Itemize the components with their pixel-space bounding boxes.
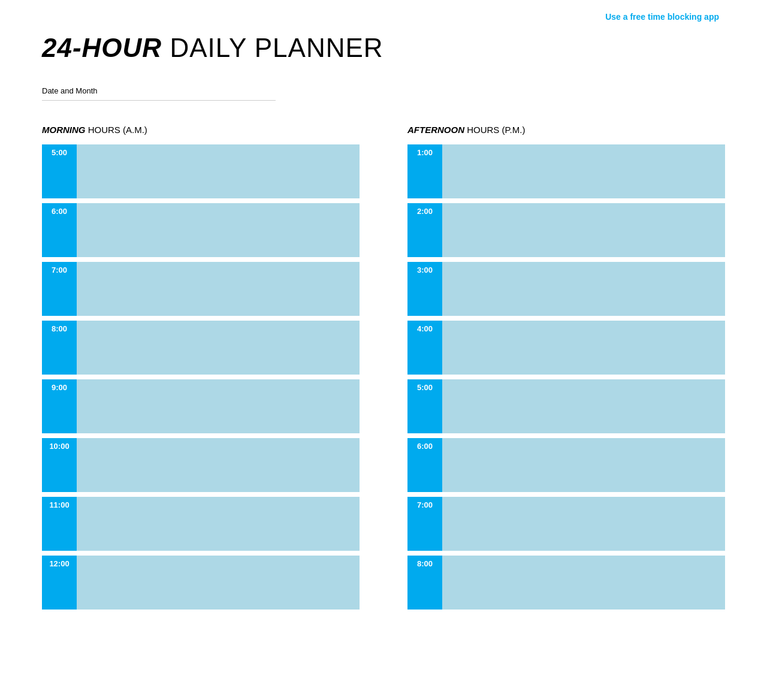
- afternoon-block-3[interactable]: [442, 321, 725, 375]
- afternoon-slot-2: 3:00: [407, 262, 725, 316]
- morning-time-1: 6:00: [42, 203, 77, 257]
- afternoon-slot-0: 1:00: [407, 144, 725, 198]
- afternoon-time-4: 5:00: [407, 379, 442, 433]
- time-blocking-link[interactable]: Use a free time blocking app: [605, 12, 719, 22]
- date-underline: [42, 100, 276, 101]
- afternoon-block-0[interactable]: [442, 144, 725, 198]
- morning-header-rest: HOURS (A.M.): [86, 125, 147, 135]
- morning-slot-5: 10:00: [42, 438, 360, 492]
- title-rest: DAILY PLANNER: [162, 33, 383, 62]
- afternoon-time-3: 4:00: [407, 321, 442, 375]
- afternoon-slot-6: 7:00: [407, 497, 725, 551]
- morning-slot-1: 6:00: [42, 203, 360, 257]
- morning-block-3[interactable]: [77, 321, 360, 375]
- title-bold: 24-HOUR: [42, 33, 162, 62]
- afternoon-block-1[interactable]: [442, 203, 725, 257]
- afternoon-block-4[interactable]: [442, 379, 725, 433]
- afternoon-time-6: 7:00: [407, 497, 442, 551]
- afternoon-slot-5: 6:00: [407, 438, 725, 492]
- morning-time-3: 8:00: [42, 321, 77, 375]
- morning-slot-0: 5:00: [42, 144, 360, 198]
- morning-header: MORNING HOURS (A.M.): [42, 125, 360, 135]
- morning-block-6[interactable]: [77, 497, 360, 551]
- morning-block-0[interactable]: [77, 144, 360, 198]
- morning-column: MORNING HOURS (A.M.) 5:00 6:00 7:00 8:00…: [42, 125, 360, 614]
- afternoon-header: AFTERNOON HOURS (P.M.): [407, 125, 725, 135]
- morning-time-4: 9:00: [42, 379, 77, 433]
- morning-block-7[interactable]: [77, 556, 360, 610]
- morning-slot-2: 7:00: [42, 262, 360, 316]
- afternoon-block-2[interactable]: [442, 262, 725, 316]
- afternoon-slot-4: 5:00: [407, 379, 725, 433]
- afternoon-time-2: 3:00: [407, 262, 442, 316]
- morning-header-bold: MORNING: [42, 125, 86, 135]
- morning-time-2: 7:00: [42, 262, 77, 316]
- afternoon-block-6[interactable]: [442, 497, 725, 551]
- morning-time-7: 12:00: [42, 556, 77, 610]
- date-section: Date and Month: [0, 74, 318, 119]
- page-title: 24-HOUR DAILY PLANNER: [42, 34, 725, 62]
- afternoon-slot-7: 8:00: [407, 556, 725, 610]
- afternoon-time-5: 6:00: [407, 438, 442, 492]
- morning-block-4[interactable]: [77, 379, 360, 433]
- date-label: Date and Month: [42, 86, 276, 95]
- morning-slot-6: 11:00: [42, 497, 360, 551]
- afternoon-column: AFTERNOON HOURS (P.M.) 1:00 2:00 3:00 4:…: [407, 125, 725, 614]
- morning-block-5[interactable]: [77, 438, 360, 492]
- morning-time-0: 5:00: [42, 144, 77, 198]
- header: 24-HOUR DAILY PLANNER: [0, 28, 767, 74]
- afternoon-block-5[interactable]: [442, 438, 725, 492]
- planner-grid: MORNING HOURS (A.M.) 5:00 6:00 7:00 8:00…: [0, 119, 767, 638]
- afternoon-header-rest: HOURS (P.M.): [464, 125, 525, 135]
- morning-slot-7: 12:00: [42, 556, 360, 610]
- morning-time-5: 10:00: [42, 438, 77, 492]
- afternoon-header-bold: AFTERNOON: [407, 125, 464, 135]
- morning-time-6: 11:00: [42, 497, 77, 551]
- morning-block-2[interactable]: [77, 262, 360, 316]
- morning-slot-4: 9:00: [42, 379, 360, 433]
- morning-block-1[interactable]: [77, 203, 360, 257]
- afternoon-time-7: 8:00: [407, 556, 442, 610]
- afternoon-time-1: 2:00: [407, 203, 442, 257]
- afternoon-slot-3: 4:00: [407, 321, 725, 375]
- top-bar: Use a free time blocking app: [0, 0, 767, 28]
- afternoon-slot-1: 2:00: [407, 203, 725, 257]
- afternoon-time-0: 1:00: [407, 144, 442, 198]
- afternoon-block-7[interactable]: [442, 556, 725, 610]
- morning-slot-3: 8:00: [42, 321, 360, 375]
